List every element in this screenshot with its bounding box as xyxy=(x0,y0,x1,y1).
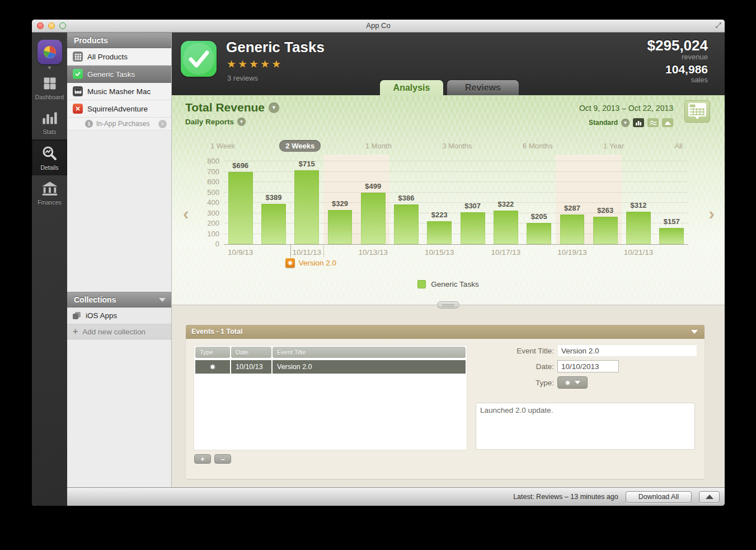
logo-caret-icon[interactable]: ▼ xyxy=(47,66,52,70)
rail-item-finances[interactable]: Finances xyxy=(32,175,67,210)
minimize-button[interactable] xyxy=(48,22,55,29)
add-new-collection-button[interactable]: + Add new collection xyxy=(67,324,171,339)
revenue-bar[interactable] xyxy=(494,211,518,244)
event-title-input[interactable] xyxy=(557,344,697,357)
app-logo[interactable] xyxy=(37,40,62,64)
chart-scroll-left-button[interactable]: ‹ xyxy=(183,205,189,222)
sidebar-item-all-products[interactable]: All Products xyxy=(67,48,171,66)
chevron-right-icon[interactable]: › xyxy=(158,120,167,128)
range-1-month[interactable]: 1 Month xyxy=(359,140,398,152)
range-all[interactable]: All xyxy=(668,140,688,152)
sidebar-item-generic-tasks[interactable]: Generic Tasks xyxy=(67,66,171,83)
bar-value-label: $307 xyxy=(464,202,481,210)
metric-title: Total Revenue xyxy=(185,101,265,114)
disclosure-triangle-icon xyxy=(691,330,698,334)
revenue-bar[interactable] xyxy=(560,215,585,244)
range-1-week[interactable]: 1 Week xyxy=(204,140,241,152)
revenue-bar[interactable] xyxy=(361,193,386,244)
checkmark-icon xyxy=(181,41,217,77)
rail-item-dashboard[interactable]: Dashboard xyxy=(32,70,67,105)
event-type-dropdown[interactable] xyxy=(557,376,588,389)
titlebar[interactable]: App Co xyxy=(32,20,725,32)
collapse-panel-button[interactable] xyxy=(699,491,720,503)
metric-selector[interactable]: Total Revenue ▼ xyxy=(185,101,279,114)
chevron-down-icon[interactable]: ▼ xyxy=(621,119,630,127)
product-stats: $295,024 revenue 104,986 sales xyxy=(647,38,708,84)
split-drag-handle[interactable] xyxy=(437,301,459,309)
column-header-event-title[interactable]: Event Title xyxy=(273,347,466,358)
revenue-bar[interactable] xyxy=(527,223,551,244)
sidebar-item-squirreladventure[interactable]: ✕ SquirrelAdventure xyxy=(67,100,171,118)
sidebar-item-ios-apps[interactable]: iOS Apps xyxy=(67,307,171,324)
date-range-label: Oct 9, 2013 – Oct 22, 2013 xyxy=(579,104,673,113)
view-mode-bar: Standard ▼ xyxy=(589,118,673,127)
remove-event-button[interactable]: – xyxy=(214,454,231,464)
add-event-button[interactable]: + xyxy=(194,454,211,464)
products-header: Products xyxy=(67,32,171,48)
column-header-type[interactable]: Type xyxy=(195,347,230,358)
revenue-bar[interactable] xyxy=(626,212,651,244)
bar-value-label: $263 xyxy=(597,206,613,215)
bar-chart-view-button[interactable] xyxy=(633,118,644,127)
sidebar-item-label: Music Masher Mac xyxy=(87,87,151,96)
view-mode-selector[interactable]: Standard xyxy=(589,119,618,127)
plus-icon: + xyxy=(73,327,78,336)
event-marker[interactable]: Version 2.0 xyxy=(285,258,337,268)
bar-value-label: $322 xyxy=(497,200,514,208)
range-6-months[interactable]: 6 Months xyxy=(516,140,558,152)
events-section: Events - 1 Total Type Date Event Title xyxy=(172,305,725,487)
revenue-bar[interactable] xyxy=(394,204,419,244)
event-date-input[interactable] xyxy=(557,360,619,372)
x-tick-label: 10/17/13 xyxy=(489,245,522,257)
event-notes-textarea[interactable]: Launched 2.0 update. xyxy=(476,403,695,450)
revenue-bar[interactable] xyxy=(228,172,253,244)
resize-icon[interactable] xyxy=(715,22,722,29)
area-view-button[interactable] xyxy=(662,118,673,127)
column-header-date[interactable]: Date xyxy=(231,347,271,358)
revenue-bar[interactable] xyxy=(294,170,319,244)
calendar-icon xyxy=(687,101,708,121)
calendar-button[interactable] xyxy=(684,100,710,123)
zoom-button[interactable] xyxy=(59,22,66,29)
events-panel-body: Type Date Event Title 10/10/13 xyxy=(186,339,705,479)
tab-analysis[interactable]: Analysis xyxy=(380,80,443,95)
revenue-bar[interactable] xyxy=(659,228,684,244)
reviews-count[interactable]: 3 reviews xyxy=(227,74,258,82)
revenue-bar[interactable] xyxy=(461,212,485,244)
up-arrow-icon xyxy=(706,495,713,499)
revenue-bar[interactable] xyxy=(427,221,452,244)
tab-reviews[interactable]: Reviews xyxy=(447,80,519,95)
chart-scroll-right-button[interactable]: › xyxy=(708,205,715,222)
product-app-icon xyxy=(181,41,217,77)
bar-value-label: $157 xyxy=(664,217,680,226)
bar-value-label: $205 xyxy=(531,212,547,221)
close-button[interactable] xyxy=(37,22,44,29)
rail-item-stats[interactable]: Stats xyxy=(32,105,67,139)
analysis-section: Total Revenue ▼ Daily Reports ▼ Oct 9, 2… xyxy=(172,95,725,305)
table-row[interactable]: 10/10/13 Version 2.0 xyxy=(195,360,466,374)
collections-header[interactable]: Collections xyxy=(67,292,171,307)
download-all-button[interactable]: Download All xyxy=(626,491,692,503)
revenue-bar[interactable] xyxy=(593,217,618,244)
revenue-value: $295,024 xyxy=(647,38,708,53)
rail-item-details[interactable]: Details xyxy=(32,139,67,175)
stacked-line-view-button[interactable] xyxy=(647,118,659,127)
event-date-cell: 10/10/13 xyxy=(231,360,271,374)
events-panel-header[interactable]: Events - 1 Total xyxy=(186,325,705,339)
sidebar-item-in-app-purchases[interactable]: 1 In-App Purchases › xyxy=(67,118,171,130)
x-tick-label: 10/21/13 xyxy=(622,245,655,257)
sidebar-item-label: Generic Tasks xyxy=(87,70,135,78)
bar-value-label: $287 xyxy=(564,204,580,212)
x-tick-label xyxy=(655,245,688,257)
revenue-bar[interactable] xyxy=(261,204,286,244)
collections-header-label: Collections xyxy=(74,295,116,304)
bar-chart-icon xyxy=(635,120,642,125)
sidebar-item-music-masher-mac[interactable]: Music Masher Mac xyxy=(67,83,171,100)
range-2-weeks[interactable]: 2 Weeks xyxy=(279,140,321,152)
report-type-selector[interactable]: Daily Reports ▼ xyxy=(185,118,246,126)
revenue-bar[interactable] xyxy=(328,210,353,244)
range-3-months[interactable]: 3 Months xyxy=(436,140,478,152)
dashboard-icon xyxy=(42,76,58,91)
product-title: Generic Tasks xyxy=(226,39,325,56)
range-1-year[interactable]: 1 Year xyxy=(597,140,630,152)
